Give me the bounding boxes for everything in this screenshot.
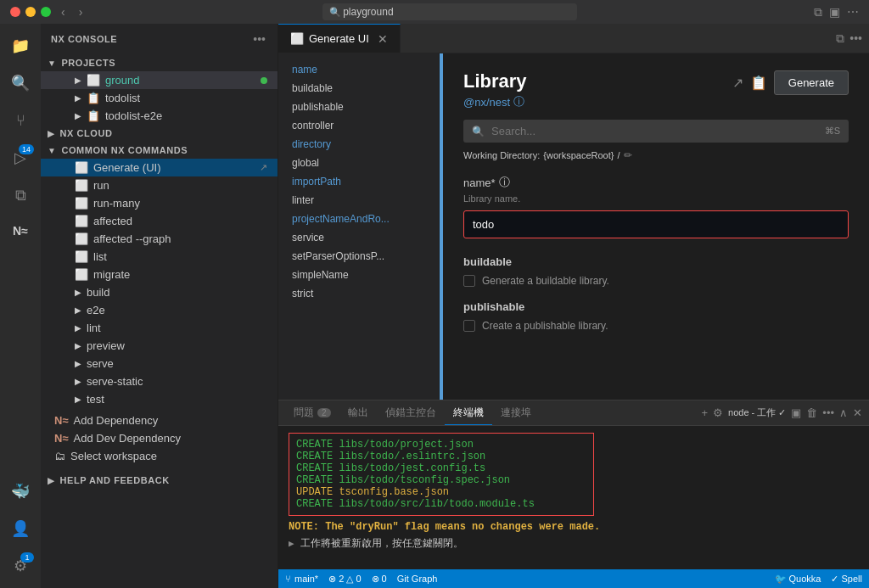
minimize-button[interactable] <box>25 7 36 17</box>
option-publishable[interactable]: publishable <box>278 98 439 116</box>
activity-extensions[interactable]: ⧉ <box>5 180 36 210</box>
form-search-input[interactable] <box>491 125 818 137</box>
sidebar-item-list[interactable]: ⬜ list <box>41 248 278 266</box>
activity-explorer[interactable]: 📁 <box>5 31 36 61</box>
copy-button[interactable]: 📋 <box>750 75 767 91</box>
terminal-close-button[interactable]: ✕ <box>853 406 862 419</box>
layout-icon[interactable]: ▣ <box>829 5 840 19</box>
terminal-tab-terminal[interactable]: 終端機 <box>445 400 492 425</box>
projects-section-header[interactable]: ▼ PROJECTS <box>41 54 278 71</box>
option-name[interactable]: name <box>278 60 439 79</box>
projects-section-label: PROJECTS <box>61 58 115 68</box>
maximize-button[interactable] <box>41 7 51 17</box>
sidebar-item-preview[interactable]: ▶ preview <box>41 337 278 355</box>
tab-more-button[interactable]: ••• <box>849 31 862 45</box>
ground-project-icon: ⬜ <box>87 74 100 87</box>
tab-close-button[interactable]: ✕ <box>378 32 388 46</box>
buildable-checkbox[interactable] <box>463 275 475 287</box>
sidebar-item-select-workspace[interactable]: 🗂 Select workspace <box>41 447 278 465</box>
sidebar-item-e2e[interactable]: ▶ e2e <box>41 301 278 319</box>
sidebar-item-affected-graph[interactable]: ⬜ affected --graph <box>41 230 278 248</box>
activity-settings[interactable]: ⚙ 1 <box>5 551 36 581</box>
split-editor-icon[interactable]: ⧉ <box>814 5 822 20</box>
status-spell[interactable]: ✓ Spell <box>831 574 862 585</box>
titlebar-search[interactable] <box>322 3 577 20</box>
tab-actions: ⧉ ••• <box>829 24 869 53</box>
help-feedback-section-header[interactable]: ▶ HELP AND FEEDBACK <box>41 472 278 489</box>
tab-generate-ui[interactable]: ⬜ Generate UI ✕ <box>278 24 401 53</box>
new-terminal-button[interactable]: + <box>701 406 708 419</box>
option-setparser[interactable]: setParserOptionsP... <box>278 247 439 266</box>
sidebar-item-lint[interactable]: ▶ lint <box>41 319 278 337</box>
activity-source-control[interactable]: ⑂ <box>5 105 36 136</box>
edit-working-dir-button[interactable]: ✏ <box>624 149 632 161</box>
status-branch[interactable]: ⑂ main* <box>285 574 318 584</box>
name-input[interactable] <box>463 210 849 238</box>
activity-nx[interactable]: N≈ <box>13 224 28 238</box>
close-button[interactable] <box>10 7 20 17</box>
folder-icon: 🗂 <box>54 450 65 462</box>
content-area: name buildable publishable controller di… <box>278 53 869 400</box>
activity-run[interactable]: ▷ 14 <box>5 143 36 173</box>
option-strict[interactable]: strict <box>278 284 439 303</box>
activity-docker[interactable]: 🐳 <box>5 476 36 507</box>
terminal-line-6: CREATE libs/todo/src/lib/todo.module.ts <box>296 498 586 510</box>
terminal-split-button[interactable]: ⚙ <box>713 406 723 419</box>
sidebar-item-todolist-e2e[interactable]: ▶ 📋 todolist-e2e <box>41 107 278 125</box>
activity-search[interactable]: 🔍 <box>5 68 36 98</box>
nx-cloud-section-header[interactable]: ▶ NX CLOUD <box>41 125 278 142</box>
publishable-checkbox-row: Create a publishable library. <box>463 320 849 332</box>
sidebar-item-migrate[interactable]: ⬜ migrate <box>41 266 278 283</box>
sidebar-item-serve-static[interactable]: ▶ serve-static <box>41 372 278 390</box>
status-errors[interactable]: ⊗ 2 △ 0 <box>328 574 361 585</box>
option-simplename[interactable]: simpleName <box>278 266 439 284</box>
terminal-tab-problems[interactable]: 問題 2 <box>285 400 339 425</box>
option-projectname[interactable]: projectNameAndRo... <box>278 210 439 228</box>
sidebar-item-ground[interactable]: ▶ ⬜ ground <box>41 71 278 89</box>
sidebar-item-build[interactable]: ▶ build <box>41 283 278 301</box>
option-controller[interactable]: controller <box>278 116 439 135</box>
external-link-button[interactable]: ↗ <box>732 75 743 91</box>
form-title-group: Library @nx/nest ⓘ <box>463 70 527 109</box>
publishable-section: publishable Create a publishable library… <box>463 300 849 332</box>
split-editor-tab-button[interactable]: ⧉ <box>836 31 844 46</box>
activity-account[interactable]: 👤 <box>5 513 36 544</box>
sidebar-item-serve[interactable]: ▶ serve <box>41 355 278 372</box>
serve-label: serve <box>87 357 114 370</box>
sidebar-item-generate-ui[interactable]: ⬜ Generate (UI) ↗ <box>41 159 278 176</box>
terminal-trash-button[interactable]: 🗑 <box>806 406 817 419</box>
status-warnings[interactable]: ⊗ 0 <box>372 574 387 585</box>
terminal-collapse-button[interactable]: ∧ <box>839 406 848 419</box>
sidebar-item-add-dev-dependency[interactable]: N≈ Add Dev Dependency <box>41 429 278 447</box>
publishable-checkbox[interactable] <box>463 320 475 332</box>
sidebar-item-run-many[interactable]: ⬜ run-many <box>41 194 278 212</box>
option-linter[interactable]: linter <box>278 191 439 210</box>
generate-ui-arrow: ↗ <box>260 162 267 173</box>
sidebar-item-add-dependency[interactable]: N≈ Add Dependency <box>41 412 278 429</box>
generate-button[interactable]: Generate <box>774 70 849 95</box>
option-service[interactable]: service <box>278 228 439 247</box>
common-nx-commands-section-header[interactable]: ▼ COMMON NX COMMANDS <box>41 142 278 159</box>
option-buildable[interactable]: buildable <box>278 79 439 98</box>
option-global[interactable]: global <box>278 154 439 172</box>
sidebar-item-test[interactable]: ▶ test <box>41 390 278 408</box>
option-importpath[interactable]: importPath <box>278 172 439 191</box>
sidebar-item-todolist[interactable]: ▶ 📋 todolist <box>41 89 278 107</box>
terminal-tab-ports[interactable]: 連接埠 <box>492 400 540 425</box>
forward-button[interactable]: › <box>76 3 87 20</box>
back-button[interactable]: ‹ <box>58 3 69 20</box>
status-quokka[interactable]: 🐦 Quokka <box>775 574 821 585</box>
sidebar-item-affected[interactable]: ⬜ affected <box>41 212 278 230</box>
ground-project-label: ground <box>105 74 139 87</box>
more-icon[interactable]: ⋯ <box>847 5 859 19</box>
status-git-graph[interactable]: Git Graph <box>397 574 438 584</box>
sidebar-item-run[interactable]: ⬜ run <box>41 176 278 194</box>
terminal-tab-debug[interactable]: 偵錯主控台 <box>377 400 445 425</box>
sidebar-more-button[interactable]: ••• <box>251 31 267 48</box>
terminal-tab-output[interactable]: 輸出 <box>339 400 377 425</box>
docker-icon: 🐳 <box>11 482 30 501</box>
terminal-more-button[interactable]: ••• <box>822 406 834 419</box>
terminal-layout-button[interactable]: ▣ <box>791 406 801 419</box>
option-directory[interactable]: directory <box>278 135 439 154</box>
generate-ui-icon: ⬜ <box>75 161 88 174</box>
